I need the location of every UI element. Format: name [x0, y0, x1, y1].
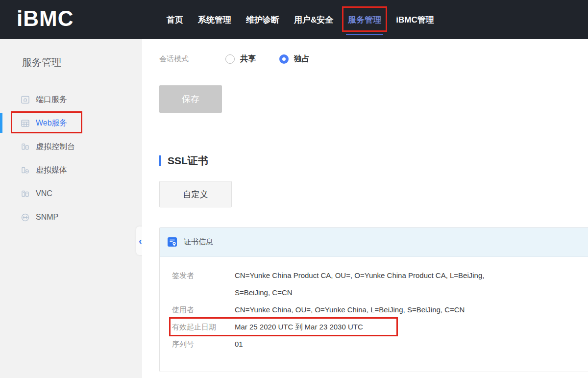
nav-item-ibmc-mgmt[interactable]: iBMC管理 — [396, 14, 434, 25]
nav-active-underline — [346, 34, 383, 35]
sidebar-item-label: 端口服务 — [36, 95, 67, 105]
radio-shared-label: 共享 — [240, 54, 256, 64]
sidebar-title: 服务管理 — [22, 56, 142, 69]
sidebar-item-virtual-console[interactable]: 虚拟控制台 — [0, 135, 142, 158]
radio-unchecked-icon — [225, 54, 235, 64]
cert-row-validity: 有效起止日期 Mar 25 2020 UTC 到 Mar 23 2030 UTC — [172, 318, 588, 335]
main-content: 会话模式 共享 独占 保存 SSL证书 自定义 — [142, 39, 588, 378]
sidebar: 服务管理 端口服务 — [0, 39, 142, 378]
virtual-media-icon — [21, 166, 30, 175]
customize-button[interactable]: 自定义 — [159, 181, 232, 207]
radio-shared[interactable]: 共享 — [225, 54, 256, 64]
cert-row-label: 签发者 — [172, 267, 235, 301]
sidebar-item-vnc[interactable]: VNC — [0, 182, 142, 205]
cert-row-subject: 使用者 CN=Yunke China, OU=, O=Yunke China, … — [172, 301, 588, 318]
top-header: iBMC 首页 系统管理 维护诊断 用户&安全 服务管理 iBMC管理 — [0, 0, 588, 39]
sidebar-menu: 端口服务 Web服务 — [0, 88, 142, 229]
virtual-console-icon — [21, 142, 30, 151]
certificate-info-panel: 证书信息 签发者 CN=Yunke China Product CA, OU=,… — [159, 227, 588, 372]
certificate-panel-title: 证书信息 — [184, 237, 213, 247]
nav-item-maintenance[interactable]: 维护诊断 — [246, 14, 279, 25]
radio-exclusive[interactable]: 独占 — [279, 54, 310, 64]
sidebar-item-web-service[interactable]: Web服务 — [0, 111, 142, 135]
nav-item-user-security[interactable]: 用户&安全 — [294, 14, 333, 25]
cert-row-serial: 序列号 01 — [172, 335, 588, 353]
section-accent-bar — [159, 155, 161, 166]
nav-item-system[interactable]: 系统管理 — [198, 14, 231, 25]
cert-row-value: CN=Yunke China, OU=, O=Yunke China, L=Be… — [235, 301, 465, 318]
ssl-section-text: SSL证书 — [168, 154, 208, 168]
app-logo: iBMC — [17, 6, 74, 31]
top-nav: 首页 系统管理 维护诊断 用户&安全 服务管理 iBMC管理 — [167, 0, 434, 39]
cert-row-label: 有效起止日期 — [172, 318, 235, 335]
chevron-left-icon: ‹ — [136, 236, 142, 246]
certificate-panel-body: 签发者 CN=Yunke China Product CA, OU=, O=Yu… — [160, 257, 588, 353]
sidebar-item-snmp[interactable]: SNMP — [0, 205, 142, 229]
ssl-section-title: SSL证书 — [159, 154, 588, 168]
sidebar-item-label: VNC — [36, 189, 52, 198]
vnc-icon — [21, 189, 30, 199]
cert-row-label: 序列号 — [172, 335, 235, 353]
cert-row-value: Mar 25 2020 UTC 到 Mar 23 2030 UTC — [235, 318, 363, 335]
sidebar-item-label: 虚拟媒体 — [36, 165, 67, 176]
session-mode-row: 会话模式 共享 独占 — [159, 54, 588, 64]
radio-checked-icon — [279, 54, 289, 64]
save-button[interactable]: 保存 — [159, 85, 222, 113]
sidebar-item-label: Web服务 — [36, 118, 68, 128]
certificate-icon — [167, 236, 178, 248]
nav-item-home[interactable]: 首页 — [167, 14, 183, 25]
sidebar-item-label: SNMP — [36, 213, 58, 222]
port-service-icon — [21, 95, 30, 104]
sidebar-item-label: 虚拟控制台 — [36, 142, 75, 152]
session-mode-label: 会话模式 — [159, 54, 225, 64]
certificate-panel-header: 证书信息 — [160, 227, 588, 257]
cert-row-label: 使用者 — [172, 301, 235, 318]
radio-exclusive-label: 独占 — [294, 54, 310, 64]
active-item-accent-bar — [0, 113, 2, 133]
snmp-icon — [21, 213, 30, 222]
web-service-icon — [21, 119, 30, 128]
ibmc-app: iBMC 首页 系统管理 维护诊断 用户&安全 服务管理 iBMC管理 服务管理 — [0, 0, 588, 378]
nav-item-service[interactable]: 服务管理 — [348, 14, 381, 25]
sidebar-item-port-service[interactable]: 端口服务 — [0, 88, 142, 111]
sidebar-item-virtual-media[interactable]: 虚拟媒体 — [0, 158, 142, 182]
cert-row-value: CN=Yunke China Product CA, OU=, O=Yunke … — [235, 267, 516, 301]
cert-row-issuer: 签发者 CN=Yunke China Product CA, OU=, O=Yu… — [172, 267, 588, 301]
cert-row-value: 01 — [235, 335, 243, 353]
nav-item-service-label: 服务管理 — [348, 15, 381, 25]
